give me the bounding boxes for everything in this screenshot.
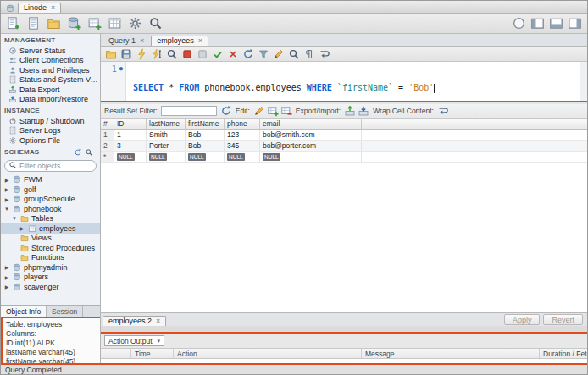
grid-cell[interactable]: 1 bbox=[101, 130, 114, 140]
stop-icon[interactable] bbox=[181, 48, 193, 60]
expand-arrow-icon[interactable]: ▶ bbox=[19, 225, 25, 231]
grid-cell[interactable]: * bbox=[101, 152, 114, 162]
grid-cell[interactable]: bob@smith.com bbox=[260, 130, 362, 140]
find-icon[interactable] bbox=[288, 48, 300, 60]
sidebar-item-client-connections[interactable]: Client Connections bbox=[1, 56, 100, 66]
data-import-icon[interactable] bbox=[8, 95, 17, 103]
toggle-stop-on-error-icon[interactable] bbox=[197, 48, 208, 60]
tab-session[interactable]: Session bbox=[47, 306, 83, 317]
schema-icon[interactable] bbox=[13, 195, 21, 203]
search-icon[interactable] bbox=[8, 161, 17, 169]
refresh-schemas-icon[interactable] bbox=[74, 148, 82, 157]
tree-item-phpmyadmin[interactable]: ▶phpmyadmin bbox=[1, 262, 100, 273]
schema-icon[interactable] bbox=[13, 273, 21, 281]
grid-cell[interactable]: 1 bbox=[114, 130, 147, 140]
result-filter-input[interactable] bbox=[161, 106, 217, 116]
revert-button[interactable]: Revert bbox=[543, 314, 583, 325]
server-status-icon[interactable] bbox=[8, 47, 17, 55]
grid-row-1[interactable]: 11SmithBob123bob@smith.com bbox=[101, 130, 587, 141]
explain-icon[interactable] bbox=[166, 48, 178, 60]
insert-row-icon[interactable] bbox=[267, 105, 279, 117]
grid-cell[interactable]: 345 bbox=[225, 141, 260, 151]
tree-item-fwm[interactable]: ▶FWM bbox=[1, 175, 100, 185]
tab-object-info[interactable]: Object Info bbox=[1, 306, 47, 317]
grid-cell[interactable]: NULL bbox=[225, 152, 260, 162]
tree-item-views[interactable]: Views bbox=[1, 234, 100, 244]
tree-item-scavenger[interactable]: ▶scavenger bbox=[1, 282, 100, 292]
commit-icon[interactable] bbox=[212, 48, 224, 60]
tree-item-phonebook[interactable]: ▼phonebook bbox=[1, 204, 100, 214]
toggle-bottom-panel-icon[interactable] bbox=[549, 16, 563, 30]
inspect-schemas-icon[interactable] bbox=[85, 148, 93, 157]
grid-row-2[interactable]: 23PorterBob345bob@porter.com bbox=[101, 141, 587, 152]
output-column-header-message[interactable]: Message bbox=[362, 349, 540, 358]
sidebar-item-server-logs[interactable]: Server Logs bbox=[1, 126, 100, 136]
save-script-icon[interactable] bbox=[120, 48, 132, 60]
notifications-icon[interactable] bbox=[512, 16, 526, 30]
tree-item-stored-procedures[interactable]: Stored Procedures bbox=[1, 243, 100, 253]
expand-arrow-icon[interactable]: ▶ bbox=[3, 196, 10, 202]
tab-query-1[interactable]: Query 1 × bbox=[103, 36, 150, 46]
open-model-icon[interactable] bbox=[47, 16, 61, 30]
sidebar-item-server-status[interactable]: Server Status bbox=[1, 46, 100, 56]
client-connections-icon[interactable] bbox=[8, 56, 17, 64]
folder-icon[interactable] bbox=[20, 214, 29, 223]
output-column-header-action[interactable]: Action bbox=[174, 349, 362, 358]
schema-icon[interactable] bbox=[13, 205, 21, 213]
grid-cell[interactable]: NULL bbox=[186, 152, 225, 162]
grid-cell[interactable]: NULL bbox=[114, 152, 147, 162]
grid-column-header-id[interactable]: ID bbox=[114, 119, 147, 129]
folder-icon[interactable] bbox=[20, 234, 29, 242]
wrap-text-icon[interactable] bbox=[319, 48, 330, 60]
sidebar-item-status-and-system-variables[interactable]: Status and System Variables bbox=[1, 75, 100, 85]
limit-rows-icon[interactable] bbox=[258, 48, 269, 60]
grid-cell[interactable]: Bob bbox=[186, 130, 225, 140]
grid-cell[interactable]: 3 bbox=[114, 141, 147, 151]
wrap-cell-content-icon[interactable] bbox=[437, 105, 449, 117]
edit-record-icon[interactable] bbox=[253, 105, 265, 117]
expand-arrow-icon[interactable]: ▶ bbox=[3, 177, 10, 183]
grid-cell[interactable]: 2 bbox=[101, 141, 114, 151]
close-tab-icon[interactable]: × bbox=[156, 317, 160, 325]
editor-scrollbar[interactable] bbox=[580, 62, 587, 101]
create-procedure-icon[interactable] bbox=[128, 16, 142, 30]
grid-cell[interactable]: Smith bbox=[147, 130, 186, 140]
grid-cell[interactable]: NULL bbox=[260, 152, 362, 162]
data-export-icon[interactable] bbox=[8, 85, 17, 94]
schema-icon[interactable] bbox=[13, 283, 21, 291]
tree-item-groupschedule[interactable]: ▶groupSchedule bbox=[1, 195, 100, 205]
toggle-left-panel-icon[interactable] bbox=[530, 16, 545, 30]
expand-arrow-icon[interactable]: ▶ bbox=[3, 284, 10, 290]
execute-icon[interactable] bbox=[136, 48, 147, 60]
output-view-selector[interactable]: Action Output ▾ bbox=[104, 335, 164, 346]
tab-result-employees-2[interactable]: employees 2 × bbox=[103, 316, 166, 326]
grid-column-header-email[interactable]: email bbox=[260, 119, 362, 129]
new-sql-script-icon[interactable] bbox=[26, 16, 41, 30]
grid-column-header-lastname[interactable]: lastName bbox=[147, 119, 186, 129]
rollback-icon[interactable] bbox=[227, 48, 239, 60]
grid-cell[interactable]: Porter bbox=[147, 141, 186, 151]
apply-button[interactable]: Apply bbox=[504, 314, 541, 325]
import-records-icon[interactable] bbox=[358, 105, 369, 117]
folder-icon[interactable] bbox=[20, 253, 29, 262]
output-column-header-time[interactable]: Time bbox=[131, 349, 174, 358]
schema-filter-input[interactable] bbox=[19, 162, 92, 170]
sql-code-line[interactable]: SELECT * FROM phonebook.employees WHERE … bbox=[133, 83, 580, 93]
expand-arrow-icon[interactable]: ▶ bbox=[3, 186, 10, 192]
grid-cell[interactable]: 123 bbox=[225, 130, 260, 140]
connection-tab-linode[interactable]: Linode × bbox=[18, 3, 61, 13]
sidebar-item-options-file[interactable]: Options File bbox=[1, 135, 100, 146]
sidebar-item-data-import-restore[interactable]: Data Import/Restore bbox=[1, 95, 100, 105]
output-column-header-duration-fetch[interactable]: Duration / Fetch bbox=[540, 349, 587, 358]
startup-shutdown-icon[interactable] bbox=[8, 117, 17, 125]
refresh-grid-icon[interactable] bbox=[220, 105, 232, 117]
server-logs-icon[interactable] bbox=[8, 126, 17, 135]
status-variables-icon[interactable] bbox=[8, 75, 17, 84]
grid-row-3[interactable]: *NULLNULLNULLNULLNULL bbox=[101, 152, 587, 163]
output-splitter[interactable] bbox=[101, 326, 587, 332]
tab-employees[interactable]: employees × bbox=[151, 36, 208, 46]
close-tab-icon[interactable]: × bbox=[198, 36, 202, 45]
toggle-autocommit-icon[interactable] bbox=[242, 48, 254, 60]
collapse-arrow-icon[interactable]: ▼ bbox=[11, 216, 18, 221]
schema-icon[interactable] bbox=[13, 263, 21, 272]
